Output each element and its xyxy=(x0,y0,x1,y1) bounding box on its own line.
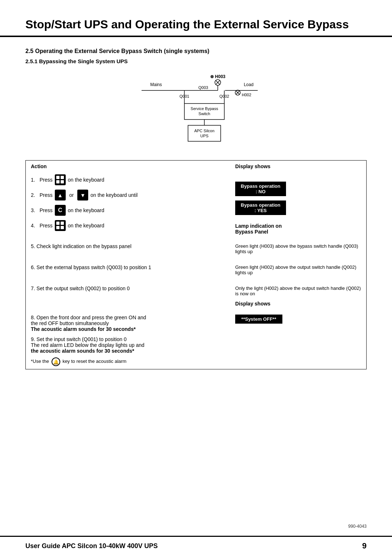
display-7: Only the light (H002) above the output s… xyxy=(235,285,361,296)
action-4-text-after: on the keyboard xyxy=(68,223,104,228)
subsection-heading: 2.5.1 Bypassing the Single System UPS xyxy=(25,58,367,64)
svg-text:Switch: Switch xyxy=(199,112,210,116)
action-2: 2. Press ▲ or ▼ on the keyboard until xyxy=(31,190,225,200)
arrow-up-icon: ▲ xyxy=(55,190,66,200)
display-shows-2-heading: Display shows xyxy=(235,301,361,307)
action-1-text-before: Press xyxy=(40,177,53,183)
action-4-text-before: Press xyxy=(40,223,53,228)
arrow-down-icon: ▼ xyxy=(77,190,88,200)
svg-text:H002: H002 xyxy=(242,93,251,97)
or-text: or xyxy=(69,192,74,198)
action-3-number: 3. xyxy=(31,207,38,213)
action-7: 7. Set the output switch (Q002) to posit… xyxy=(31,285,225,291)
action-2-text-after: on the keyboard until xyxy=(90,192,138,198)
svg-text:Mains: Mains xyxy=(150,82,162,87)
action-4-number: 4. xyxy=(31,223,38,228)
bypass-no-text: Bypass operation: NO xyxy=(235,182,286,196)
lamp-indication-heading: Lamp indication onBypass Panel xyxy=(235,223,361,235)
bypass-no-badge: Bypass operation: NO xyxy=(235,182,361,198)
action-5: 5. Check light indication on the bypass … xyxy=(31,243,225,249)
action-1-text-after: on the keyboard xyxy=(68,177,104,183)
main-content: 2.5 Operating the External Service Bypas… xyxy=(0,48,392,369)
action-1-number: 1. xyxy=(31,177,38,183)
page-footer: User Guide APC Silcon 10-40kW 400V UPS 9 xyxy=(0,536,392,555)
svg-rect-23 xyxy=(188,125,221,141)
col-display-header: Display shows xyxy=(235,163,270,169)
keyboard-c-icon: C xyxy=(55,205,66,216)
svg-text:Load: Load xyxy=(244,82,254,87)
action-8: 8. Open the front door and press the gre… xyxy=(31,315,225,332)
col-action-header: Action xyxy=(31,163,47,169)
footer-note-before: *Use the xyxy=(31,359,49,364)
footer-note-after: key to reset the acoustic alarm xyxy=(62,359,126,364)
action-6: 6. Set the external bypass switch (Q003)… xyxy=(31,264,225,270)
section-heading: 2.5 Operating the External Service Bypas… xyxy=(25,48,367,54)
action-2-text-before: Press xyxy=(40,192,53,198)
action-9: 9. Set the input switch (Q001) to positi… xyxy=(31,336,225,354)
footer-page-number: 9 xyxy=(362,541,367,551)
action-2-number: 2. xyxy=(31,192,38,198)
alarm-key-icon: 🔔 xyxy=(52,357,60,366)
svg-text:⊗ H003: ⊗ H003 xyxy=(210,74,225,79)
display-5: Green light (H003) above the bypass swit… xyxy=(235,243,361,254)
page-title: Stop/Start UPS and Operating the Externa… xyxy=(25,17,367,31)
system-off-badge: **System OFF** xyxy=(235,315,282,324)
svg-text:Service Bypass: Service Bypass xyxy=(191,106,218,111)
footer-title: User Guide APC Silcon 10-40kW 400V UPS xyxy=(25,542,158,550)
action-3-text-after: on the keyboard xyxy=(68,207,104,213)
keyboard-grid-icon-1 xyxy=(55,174,66,185)
action-1: 1. Press on the keyboard xyxy=(31,174,225,185)
action-3-text-before: Press xyxy=(40,207,53,213)
bypass-yes-text: Bypass operation: YES xyxy=(235,200,286,215)
doc-number: 990-4043 xyxy=(348,524,367,529)
action-3: 3. Press C on the keyboard xyxy=(31,205,225,216)
action-4: 4. Press on the keyboard xyxy=(31,220,225,231)
circuit-diagram: ⊗ H003 Mains Load Q003 Q001 xyxy=(120,72,272,151)
display-6: Green light (H002) above the output swit… xyxy=(235,264,361,275)
svg-text:UPS: UPS xyxy=(200,134,209,138)
bypass-yes-badge: Bypass operation: YES xyxy=(235,200,361,217)
svg-text:APC Silcon: APC Silcon xyxy=(194,129,215,133)
keyboard-grid-icon-2 xyxy=(55,220,66,231)
diagram-area: ⊗ H003 Mains Load Q003 Q001 xyxy=(25,72,367,151)
instruction-table: Action Display shows 1. Press on xyxy=(25,160,367,369)
page-header: Stop/Start UPS and Operating the Externa… xyxy=(0,0,392,37)
svg-text:Q003: Q003 xyxy=(199,85,208,90)
page-container: Stop/Start UPS and Operating the Externa… xyxy=(0,0,392,555)
